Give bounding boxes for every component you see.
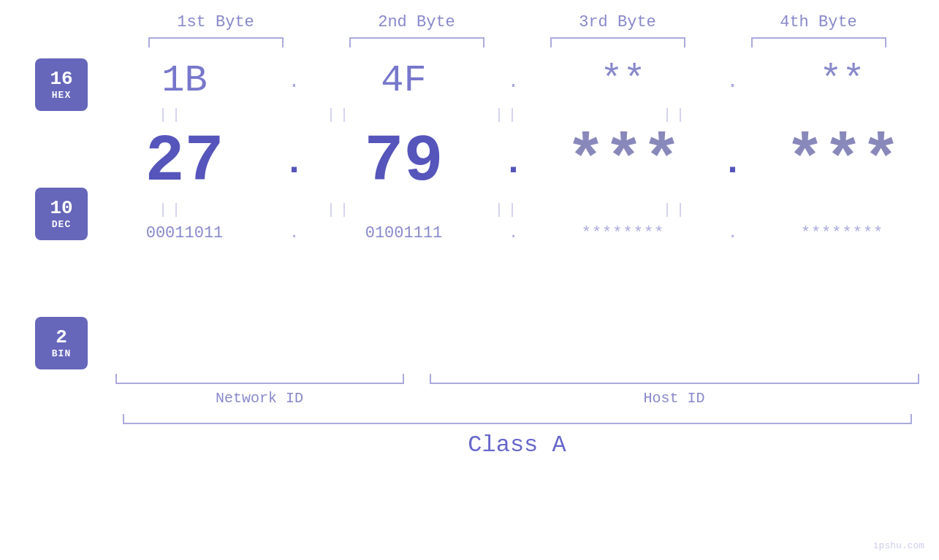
top-brackets-row [115,37,919,47]
hex-dot-1: . [284,70,305,93]
bin-badge-label: BIN [52,348,71,359]
main-container: 1st Byte 2nd Byte 3rd Byte 4th Byte 16 H… [0,0,939,560]
values-grid: 1B . 4F . ** . ** || || [99,47,928,369]
dec-val-2: 79 [364,125,443,199]
hex-cell-2: 4F [331,62,477,100]
hex-badge-number: 16 [50,69,72,90]
byte-label-2: 2nd Byte [343,13,490,31]
sep-cell-1: || [99,107,245,123]
hex-dot-3: . [722,70,744,93]
hex-dot-2: . [503,70,525,93]
sep-cell-4: || [603,107,749,123]
bracket-top-4 [751,37,886,47]
badges-column: 16 HEX 10 DEC 2 BIN [35,47,88,369]
hex-val-2: 4F [381,59,426,102]
sep2-cell-3: || [435,202,581,218]
dec-badge-number: 10 [50,198,72,219]
bin-dot-1: . [284,224,305,242]
bin-values-row: 00011011 . 01001111 . ******** . *******… [99,224,928,242]
bin-val-1: 00011011 [146,224,224,242]
sep2-cell-4: || [603,202,749,218]
watermark: ipshu.com [873,540,924,551]
byte-labels-row: 1st Byte 2nd Byte 3rd Byte 4th Byte [115,0,919,31]
hex-badge-label: HEX [52,90,71,101]
bin-val-4: ******** [801,224,884,242]
bin-val-3: ******** [582,224,665,242]
byte-label-1: 1st Byte [142,13,289,31]
hex-values-row: 1B . 4F . ** . ** [99,62,928,100]
bin-cell-4: ******** [769,224,916,242]
dec-cell-3: *** [550,129,696,195]
dec-values-row: 27 . 79 . *** . *** [99,129,928,195]
bin-val-2: 01001111 [365,224,443,242]
hex-val-4: ** [819,59,864,102]
class-bracket [123,414,912,424]
dec-cell-2: 79 [331,129,477,195]
network-id-label: Network ID [115,390,404,407]
rows-section: 16 HEX 10 DEC 2 BIN [0,47,939,369]
hex-cell-1: 1B [112,62,258,100]
bin-dot-2: . [503,224,525,242]
bin-cell-2: 01001111 [331,226,477,242]
byte-label-4: 4th Byte [745,13,892,31]
sep2-cell-2: || [267,202,413,218]
id-labels-row: Network ID Host ID [115,390,919,407]
sep-cell-3: || [435,107,581,123]
hex-cell-3: ** [550,62,696,100]
hex-cell-4: ** [769,62,916,100]
hex-val-3: ** [600,59,645,102]
network-id-bracket [115,374,404,384]
dec-val-1: 27 [145,125,224,199]
dec-dot-2: . [503,142,525,183]
sep-row-2: || || || || [99,195,928,224]
byte-label-3: 3rd Byte [544,13,691,31]
bin-badge: 2 BIN [35,317,88,369]
dec-dot-1: . [284,142,305,183]
dec-cell-1: 27 [112,129,258,195]
bin-cell-3: ******** [550,224,696,242]
dec-val-3: *** [566,125,680,199]
dec-badge-label: DEC [52,219,71,230]
host-id-bracket [430,374,919,384]
bracket-top-1 [148,37,284,47]
bottom-brackets-row [115,374,919,384]
sep2-cell-1: || [99,202,245,218]
hex-badge: 16 HEX [35,58,88,111]
bracket-top-3 [550,37,685,47]
dec-cell-4: *** [769,129,916,195]
class-label: Class A [123,431,912,459]
bin-dot-3: . [722,224,744,242]
dec-val-4: *** [785,125,899,199]
bracket-top-2 [349,37,484,47]
sep-cell-2: || [267,107,413,123]
host-id-label: Host ID [430,390,919,407]
hex-val-1: 1B [161,59,207,102]
bin-badge-number: 2 [56,327,67,348]
dec-dot-3: . [722,142,744,183]
bin-cell-1: 00011011 [112,226,258,242]
dec-badge: 10 DEC [35,188,88,240]
